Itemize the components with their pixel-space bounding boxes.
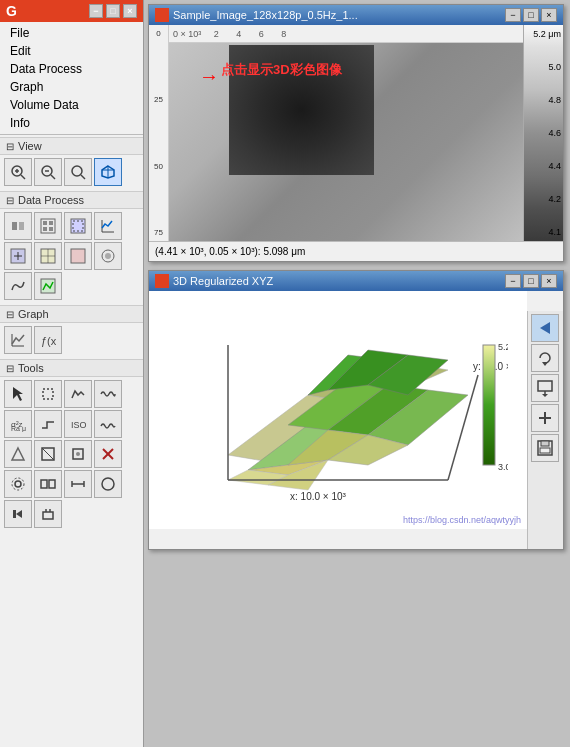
x-ruler: 0 × 10³ 2 4 6 8 [169, 25, 523, 43]
image-maximize[interactable]: □ [523, 8, 539, 22]
svg-point-55 [102, 478, 114, 490]
graph-btn-2[interactable]: ƒ(x) [34, 326, 62, 354]
3d-reset-btn[interactable] [531, 314, 559, 342]
menu-edit[interactable]: Edit [0, 42, 143, 60]
svg-rect-18 [49, 227, 53, 231]
image-close[interactable]: × [541, 8, 557, 22]
tool-box2-btn[interactable] [34, 440, 62, 468]
dp-btn-5[interactable] [4, 242, 32, 270]
menu-graph[interactable]: Graph [0, 78, 143, 96]
dp-btn-3[interactable] [64, 212, 92, 240]
svg-marker-84 [542, 362, 548, 366]
image-display[interactable]: 0 × 10³ 2 4 6 8 → 点击显示3D彩色图像 [169, 25, 523, 241]
image-window: Sample_Image_128x128p_0.5Hz_1... − □ × 0… [148, 4, 564, 262]
tool-step-btn[interactable] [34, 410, 62, 438]
svg-marker-36 [13, 387, 23, 401]
dp-btn-10[interactable] [34, 272, 62, 300]
section-tools: Tools [0, 359, 143, 377]
dp-btn-8[interactable] [94, 242, 122, 270]
dp-btn-7[interactable] [64, 242, 92, 270]
section-graph: Graph [0, 305, 143, 323]
tool-rect-btn[interactable] [34, 380, 62, 408]
tool-iso-btn[interactable]: ISO [64, 410, 92, 438]
menu: File Edit Data Process Graph Volume Data… [0, 22, 143, 135]
menu-info[interactable]: Info [0, 114, 143, 132]
image-title: Sample_Image_128x128p_0.5Hz_1... [173, 9, 358, 21]
3d-view-btn[interactable] [94, 158, 122, 186]
tool-roughness2-btn[interactable] [94, 410, 122, 438]
svg-text:ISO: ISO [71, 420, 86, 430]
3d-content-row: x: 10.0 × 10³ y: 10.0 × 10³ 5 [149, 291, 563, 549]
svg-rect-17 [43, 227, 47, 231]
sidebar-titlebar: G − □ × [0, 0, 143, 22]
image-status-text: (4.41 × 10³, 0.05 × 10³): 5.098 μm [155, 246, 305, 257]
sidebar-app-icon: G [6, 3, 17, 19]
svg-rect-50 [41, 480, 47, 488]
svg-marker-87 [542, 394, 548, 397]
3d-title-left: 3D Regularized XYZ [155, 274, 273, 288]
svg-text:ƒ(x): ƒ(x) [41, 335, 56, 347]
y-tick-25: 25 [154, 95, 163, 104]
zoom-in-btn[interactable] [4, 158, 32, 186]
sidebar-minimize[interactable]: − [89, 4, 103, 18]
sidebar-close[interactable]: × [123, 4, 137, 18]
svg-rect-12 [12, 222, 17, 230]
svg-marker-56 [16, 510, 22, 518]
svg-text:3.08 μm: 3.08 μm [498, 462, 508, 472]
image-app-icon [155, 8, 169, 22]
menu-data-process[interactable]: Data Process [0, 60, 143, 78]
tool-crop-btn[interactable] [64, 440, 92, 468]
3d-maximize[interactable]: □ [523, 274, 539, 288]
window-3d: 3D Regularized XYZ − □ × [148, 270, 564, 550]
dp-btn-9[interactable] [4, 272, 32, 300]
3d-plot-area[interactable]: x: 10.0 × 10³ y: 10.0 × 10³ 5 [149, 291, 527, 529]
3d-svg: x: 10.0 × 10³ y: 10.0 × 10³ 5 [168, 295, 508, 525]
tool-angle-btn[interactable] [4, 440, 32, 468]
svg-line-5 [51, 175, 55, 179]
3d-rotate-btn[interactable] [531, 344, 559, 372]
y-tick-75: 75 [154, 228, 163, 237]
svg-rect-92 [540, 448, 550, 453]
tool-back-btn[interactable] [4, 500, 32, 528]
tool-roughness-btn[interactable]: σ²zRa μ [4, 410, 32, 438]
image-minimize[interactable]: − [505, 8, 521, 22]
3d-minimize[interactable]: − [505, 274, 521, 288]
dp-btn-6[interactable] [34, 242, 62, 270]
svg-rect-29 [71, 249, 85, 263]
sidebar-maximize[interactable]: □ [106, 4, 120, 18]
colorbar: 5.2 μm 5.0 4.8 4.6 4.4 4.2 4.1 [523, 25, 563, 241]
3d-export-btn[interactable] [531, 374, 559, 402]
tool-measure-btn[interactable] [64, 470, 92, 498]
annotation-arrow: → [199, 65, 219, 88]
3d-side-toolbar [527, 311, 563, 549]
3d-save-btn[interactable] [531, 434, 559, 462]
3d-titlebar: 3D Regularized XYZ − □ × [149, 271, 563, 291]
menu-volume-data[interactable]: Volume Data [0, 96, 143, 114]
svg-rect-16 [49, 221, 53, 225]
menu-file[interactable]: File [0, 24, 143, 42]
tool-extra-btn[interactable] [34, 500, 62, 528]
graph-btn-1[interactable] [4, 326, 32, 354]
tool-select-btn[interactable] [4, 380, 32, 408]
tool-split-btn[interactable] [34, 470, 62, 498]
svg-point-49 [12, 478, 24, 490]
tool-settings-btn[interactable] [4, 470, 32, 498]
dp-btn-4[interactable] [94, 212, 122, 240]
svg-rect-91 [541, 441, 549, 446]
zoom-out-btn[interactable] [34, 158, 62, 186]
3d-title-controls: − □ × [505, 274, 557, 288]
tool-wave-btn[interactable] [94, 380, 122, 408]
tool-remove-btn[interactable] [94, 440, 122, 468]
zoom-fit-btn[interactable] [64, 158, 92, 186]
tool-profile-btn[interactable] [64, 380, 92, 408]
svg-rect-58 [43, 512, 53, 519]
svg-line-1 [21, 175, 25, 179]
3d-close[interactable]: × [541, 274, 557, 288]
colorbar-val-1: 5.2 μm [533, 29, 561, 39]
3d-zoom-btn[interactable] [531, 404, 559, 432]
sidebar-controls: − □ × [89, 4, 137, 18]
dp-btn-1[interactable] [4, 212, 32, 240]
image-title-controls: − □ × [505, 8, 557, 22]
dp-btn-2[interactable] [34, 212, 62, 240]
tool-circle-btn[interactable] [94, 470, 122, 498]
